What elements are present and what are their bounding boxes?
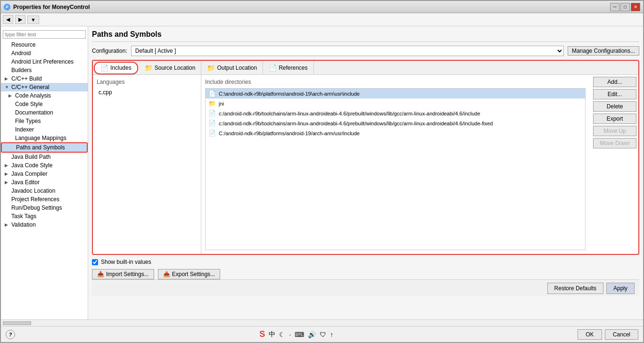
include-item-4[interactable]: 📄 C:/android-ndk-r9b/platforms/android-1… — [206, 128, 585, 138]
includes-header: Include directories — [205, 79, 586, 85]
language-item-c-cpp[interactable]: c,cpp — [97, 88, 197, 97]
export-button[interactable]: Export — [593, 114, 636, 124]
taskbar-icon-shield: 🛡 — [320, 331, 326, 338]
back-button[interactable]: ◀ — [3, 15, 13, 24]
move-up-button[interactable]: Move Up — [593, 126, 636, 136]
export-settings-label: Export Settings... — [172, 271, 215, 278]
expand-icon: ▼ — [5, 85, 9, 90]
config-label: Configuration: — [92, 48, 127, 54]
sidebar-item-java-code-style[interactable]: ▶ Java Code Style — [1, 161, 88, 170]
dialog-footer: ? S 中 ☾ · ⌨ 🔊 🛡 ↑ OK Cancel — [1, 326, 643, 342]
sidebar-item-label: Validation — [11, 221, 36, 228]
ok-button[interactable]: OK — [578, 329, 602, 340]
tab-output-label: Output Location — [217, 65, 257, 71]
move-down-button[interactable]: Move Down — [593, 138, 636, 148]
include-path: c:/android-ndk-r9b/toolchains/arm-linux-… — [219, 121, 493, 126]
sidebar-item-file-types[interactable]: File Types — [1, 117, 88, 125]
toolbar-dropdown-button[interactable]: ▼ — [27, 16, 39, 24]
taskbar-icon-speaker: 🔊 — [308, 331, 316, 338]
expand-icon: ▶ — [5, 172, 9, 176]
include-item-0[interactable]: 📄 C:\android-ndk-r9b\platforms\android-1… — [206, 89, 585, 98]
filter-input[interactable] — [3, 30, 86, 39]
window-title: Properties for MoneyControl — [13, 4, 90, 10]
tab-includes[interactable]: 📄 Includes — [94, 62, 138, 74]
taskbar-icon-moon: ☾ — [279, 331, 285, 338]
config-select[interactable]: Default [ Active ] — [131, 46, 564, 56]
taskbar-icon-arrow: ↑ — [330, 331, 333, 338]
restore-defaults-button[interactable]: Restore Defaults — [547, 283, 603, 294]
sidebar-item-label: Java Editor — [11, 179, 40, 186]
apply-button[interactable]: Apply — [606, 283, 635, 294]
sidebar-item-label: C/C++ General — [11, 84, 50, 90]
side-buttons: Add... Edit... Delete Export Move Up Mov… — [591, 75, 638, 254]
config-row: Configuration: Default [ Active ] Manage… — [92, 46, 639, 56]
sidebar-item-documentation[interactable]: Documentation — [1, 108, 88, 117]
include-path: C:/android-ndk-r9b/platforms/android-19/… — [219, 131, 360, 136]
include-path: jni — [219, 101, 224, 106]
sidebar-item-android-lint[interactable]: Android Lint Preferences — [1, 57, 88, 66]
sidebar-item-run-debug[interactable]: Run/Debug Settings — [1, 204, 88, 212]
includes-area: Include directories 📄 C:\android-ndk-r9b… — [201, 75, 638, 254]
sidebar-item-code-analysis[interactable]: ▶ Code Analysis — [1, 91, 88, 100]
sidebar-item-cpp-build[interactable]: ▶ C/C++ Build — [1, 74, 88, 83]
cancel-button[interactable]: Cancel — [605, 329, 638, 340]
export-settings-button[interactable]: 📤 Export Settings... — [158, 269, 220, 279]
maximize-button[interactable]: □ — [620, 3, 630, 11]
sidebar-item-builders[interactable]: Builders — [1, 66, 88, 74]
sidebar-item-android[interactable]: Android — [1, 49, 88, 57]
add-button[interactable]: Add... — [593, 77, 636, 87]
include-item-2[interactable]: 📄 c:/android-ndk-r9b/toolchains/arm-linu… — [206, 108, 585, 118]
export-settings-icon: 📤 — [163, 271, 170, 278]
sidebar-item-language-mappings[interactable]: Language Mappings — [1, 134, 88, 142]
tab-references-label: References — [279, 65, 307, 71]
include-folder-icon: 📁 — [208, 100, 216, 107]
sidebar-item-java-build-path[interactable]: Java Build Path — [1, 153, 88, 161]
forward-button[interactable]: ▶ — [15, 15, 25, 24]
tab-references[interactable]: 📄 References — [263, 61, 314, 74]
title-bar-left: P Properties for MoneyControl — [4, 4, 90, 10]
sidebar-item-java-editor[interactable]: ▶ Java Editor — [1, 178, 88, 187]
sidebar-item-java-compiler[interactable]: ▶ Java Compiler — [1, 170, 88, 178]
edit-button[interactable]: Edit... — [593, 89, 636, 99]
delete-button[interactable]: Delete — [593, 101, 636, 112]
sidebar-item-resource[interactable]: Resource — [1, 41, 88, 49]
sidebar-item-code-style[interactable]: Code Style — [1, 100, 88, 108]
sidebar-item-label: Indexer — [15, 126, 34, 133]
import-settings-button[interactable]: 📥 Import Settings... — [92, 269, 154, 279]
manage-configurations-button[interactable]: Manage Configurations... — [568, 46, 639, 56]
show-builtin-row: Show built-in values — [92, 259, 639, 265]
sidebar-item-label: Resource — [11, 41, 35, 48]
sidebar-item-javadoc[interactable]: Javadoc Location — [1, 187, 88, 195]
sidebar-item-task-tags[interactable]: Task Tags — [1, 212, 88, 220]
taskbar-area: S 中 ☾ · ⌨ 🔊 🛡 ↑ — [259, 329, 333, 339]
toolbar: ◀ ▶ ▼ — [1, 13, 643, 26]
minimize-button[interactable]: ─ — [610, 3, 619, 11]
sidebar-item-label: Project References — [11, 196, 59, 203]
tab-source-location[interactable]: 📁 Source Location — [139, 61, 202, 74]
help-button[interactable]: ? — [6, 330, 15, 339]
sidebar-item-indexer[interactable]: Indexer — [1, 125, 88, 134]
include-path: C:\android-ndk-r9b\platforms\android-19\… — [219, 91, 360, 97]
horizontal-scrollbar[interactable] — [1, 319, 643, 326]
sidebar-item-paths-and-symbols[interactable]: Paths and Symbols — [1, 142, 88, 153]
expand-icon: ▶ — [5, 76, 9, 81]
import-icon: 📥 — [97, 271, 104, 278]
dialog-buttons: OK Cancel — [578, 329, 638, 340]
sidebar-item-project-references[interactable]: Project References — [1, 195, 88, 204]
sidebar-item-label: Android — [11, 50, 31, 57]
title-bar: P Properties for MoneyControl ─ □ ✕ — [1, 1, 643, 13]
sidebar-item-cpp-general[interactable]: ▼ C/C++ General — [1, 83, 88, 91]
include-item-1[interactable]: 📁 jni — [206, 98, 585, 108]
taskbar-icon-dot: · — [289, 331, 291, 338]
tab-output-location[interactable]: 📁 Output Location — [201, 61, 263, 74]
include-item-3[interactable]: 📄 c:/android-ndk-r9b/toolchains/arm-linu… — [206, 118, 585, 128]
sidebar-item-label: Language Mappings — [15, 135, 66, 141]
expand-icon: ▶ — [5, 180, 9, 185]
bottom-area: Show built-in values 📥 Import Settings..… — [92, 259, 639, 279]
sidebar-item-validation[interactable]: ▶ Validation — [1, 220, 88, 229]
tab-content: Languages c,cpp Include directories 📄 C:… — [93, 75, 638, 254]
show-builtin-checkbox[interactable] — [92, 259, 98, 265]
scrollbar-thumb[interactable] — [3, 321, 31, 325]
close-button[interactable]: ✕ — [631, 3, 640, 11]
sidebar-item-label: Android Lint Preferences — [11, 58, 74, 65]
